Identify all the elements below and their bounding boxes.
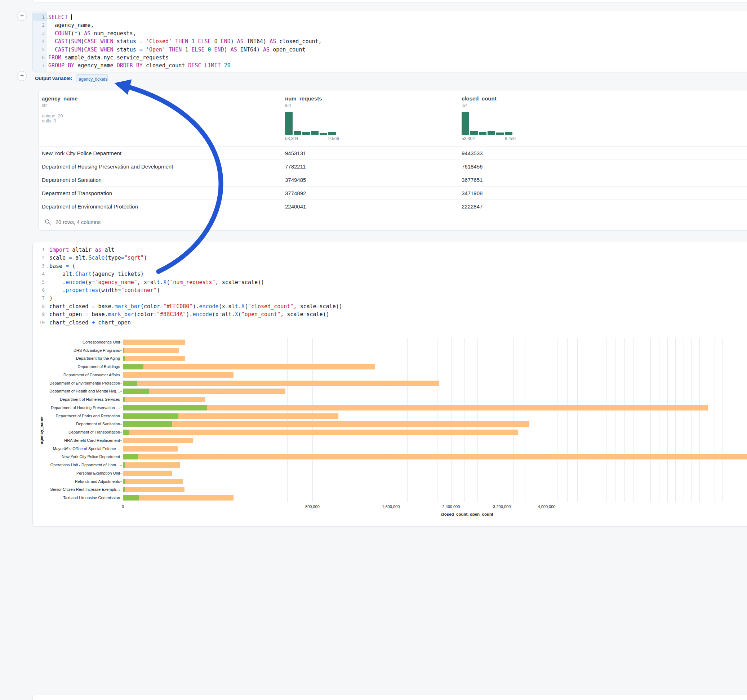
y-axis-label: Department of Parks and Recreation (34, 414, 120, 418)
table-cell: 2222847 (461, 200, 482, 213)
code-token (143, 47, 146, 53)
code-line: 4 CAST(SUM(CASE WHEN status = 'Closed' T… (33, 38, 747, 45)
line-number: 1⌄ (33, 13, 47, 21)
histogram-bar (461, 112, 469, 135)
output-variable-row: Output variable: agency_tickets (35, 74, 108, 83)
bar-closed (123, 462, 180, 468)
code-token (65, 62, 68, 69)
code-text: CAST(SUM(CASE WHEN status = 'Closed' THE… (47, 38, 322, 45)
column-name: agency_name (42, 95, 103, 101)
table-cell: 7618456 (461, 160, 482, 173)
axis-tick (120, 490, 122, 490)
code-token (48, 30, 55, 37)
code-token: END (221, 38, 231, 45)
code-token: ) (224, 47, 231, 53)
code-token: WHEN (101, 47, 113, 53)
line-number-text: 7 (42, 63, 45, 68)
bar-open (123, 421, 172, 427)
column-header: agency_namestrunique: 20nulls: 0 (42, 95, 103, 124)
code-token: open_count (269, 47, 305, 53)
histogram-bar (311, 131, 319, 135)
code-token (218, 38, 221, 45)
axis-tick (120, 498, 122, 498)
code-token: num_requests, (91, 30, 136, 37)
search-icon[interactable] (45, 219, 51, 225)
table-cell: New York City Police Department (42, 146, 121, 160)
y-axis-label: Department of Consumer Affairs (34, 373, 120, 377)
bar-closed (123, 364, 375, 370)
y-axis-label: Department of Sanitation (34, 422, 120, 426)
line-number-text: 2 (42, 22, 45, 28)
code-token (181, 47, 185, 53)
code-token: status (113, 38, 139, 45)
histogram-bar (294, 131, 301, 135)
column-meta: unique: 20 (42, 113, 103, 118)
code-token: 0 (208, 47, 211, 53)
x-axis-title: closed_count, open_count (441, 512, 493, 516)
code-line: 7GROUP BY agency_name ORDER BY closed_co… (33, 62, 747, 69)
code-token: 1 (185, 47, 188, 53)
bar-closed (123, 479, 183, 484)
column-header: num_requestsi6453,3049.5e6 (285, 95, 346, 141)
output-variable-chip[interactable]: agency_tickets (76, 74, 108, 82)
code-line: 1⌄SELECT (33, 13, 747, 21)
code-token: SUM (71, 47, 81, 53)
gridline (587, 338, 587, 502)
gridline (514, 338, 514, 502)
code-token (97, 47, 100, 53)
chevron-down-icon[interactable]: ⌄ (47, 14, 48, 22)
code-text: SELECT (47, 13, 72, 21)
code-token: INT64) (237, 47, 263, 53)
code-token: LIMIT (205, 62, 221, 69)
gridline (490, 338, 490, 502)
y-axis-label: Refunds and Adjustments (34, 479, 120, 484)
code-token (205, 47, 208, 53)
notebook-page: + + 1⌄SELECT 2 agency_name,3 COUNT(*) AS… (0, 0, 747, 700)
y-axis-label: Department of Housing Preservation … (34, 406, 120, 410)
column-name: num_requests (285, 95, 346, 101)
code-token (201, 62, 204, 69)
table-header: agency_namestrunique: 20nulls: 0num_requ… (39, 91, 747, 146)
code-token: agency_name, (48, 22, 94, 29)
code-token: THEN (169, 47, 181, 53)
x-axis-line (123, 502, 747, 502)
gridline (478, 338, 478, 502)
line-number: 4 (33, 38, 47, 45)
add-cell-button-middle[interactable]: + (17, 71, 27, 81)
code-token: ( (68, 38, 71, 45)
add-cell-button-top[interactable]: + (17, 11, 27, 21)
bar-open (123, 381, 137, 386)
code-token: 'Open' (146, 47, 165, 53)
code-token: CAST (55, 38, 68, 45)
gridline (730, 338, 730, 502)
histogram-bar (479, 132, 487, 135)
code-token: FROM (48, 54, 61, 61)
code-token: SELECT (48, 14, 68, 21)
axis-tick (120, 416, 122, 416)
code-token: ) (231, 38, 237, 45)
table-cell: 9453131 (285, 146, 306, 160)
histogram-range-labels: 53,3049.4e6 (461, 136, 516, 141)
code-text: GROUP BY agency_name ORDER BY closed_cou… (47, 62, 231, 69)
code-token: closed_count, (276, 38, 321, 45)
code-token: ) (77, 30, 84, 37)
sql-code-editor[interactable]: 1⌄SELECT 2 agency_name,3 COUNT(*) AS num… (33, 13, 747, 70)
code-token (143, 38, 146, 45)
line-number: 7 (33, 62, 47, 69)
column-type: str (42, 103, 103, 108)
gridline (715, 338, 715, 502)
code-token: CASE (84, 38, 97, 45)
code-token: CASE (84, 47, 97, 53)
histogram-bar (320, 133, 327, 135)
code-line: 6FROM sample_data.nyc.service_requests (33, 54, 747, 62)
gridline (667, 338, 668, 502)
histogram-bar (302, 132, 310, 135)
python-cell: 1import altair as alt2scale = alt.Scale(… (32, 242, 747, 527)
histogram-bar (505, 132, 513, 135)
table-row: Department of Transportation377489234719… (39, 186, 747, 199)
gridline (218, 338, 218, 502)
y-axis-label: Correspondence Unit (34, 340, 120, 344)
line-number: 2 (33, 21, 47, 29)
gridline (683, 338, 684, 502)
y-axis-label: HRA Benefit Card Replacement (34, 438, 120, 442)
